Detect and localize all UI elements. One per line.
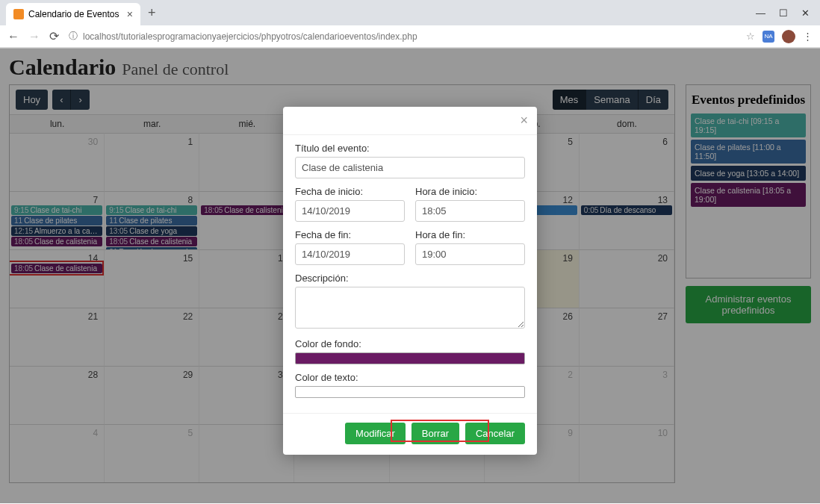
label-description: Descripción: bbox=[295, 273, 525, 284]
modify-button[interactable]: Modificar bbox=[345, 423, 406, 444]
start-date-input[interactable] bbox=[295, 200, 405, 222]
close-window-button[interactable]: ✕ bbox=[801, 7, 810, 19]
cancel-button[interactable]: Cancelar bbox=[465, 423, 525, 444]
page-viewport: Calendario Panel de control Hoy ‹ › Mes … bbox=[0, 49, 820, 503]
modal-close-icon[interactable]: × bbox=[520, 113, 528, 128]
url-text: localhost/tutorialesprogramacionyaejerci… bbox=[83, 31, 417, 42]
description-textarea[interactable] bbox=[295, 287, 525, 329]
bg-color-input[interactable] bbox=[295, 352, 525, 364]
event-modal: × Título del evento: Fecha de inicio: Ho… bbox=[283, 107, 537, 455]
tab-title: Calendario de Eventos bbox=[28, 9, 119, 19]
extension-icon[interactable]: NA bbox=[762, 31, 774, 43]
address-bar[interactable]: ⓘ localhost/tutorialesprogramacionyaejer… bbox=[68, 30, 737, 43]
fg-color-input[interactable] bbox=[295, 386, 525, 398]
label-start-date: Fecha de inicio: bbox=[295, 186, 405, 197]
bookmark-icon[interactable]: ☆ bbox=[746, 31, 755, 42]
favicon-icon bbox=[13, 9, 24, 19]
new-tab-button[interactable]: + bbox=[140, 5, 164, 21]
reload-button[interactable]: ⟳ bbox=[49, 29, 59, 43]
profile-avatar[interactable] bbox=[782, 30, 795, 43]
label-bg-color: Color de fondo: bbox=[295, 338, 525, 349]
window-controls: — ☐ ✕ bbox=[756, 7, 820, 19]
tab-strip: Calendario de Eventos × + — ☐ ✕ bbox=[0, 0, 820, 25]
forward-button[interactable]: → bbox=[28, 30, 40, 43]
minimize-button[interactable]: — bbox=[756, 7, 765, 19]
label-event-title: Título del evento: bbox=[295, 143, 525, 154]
label-end-date: Fecha de fin: bbox=[295, 229, 405, 240]
browser-tab[interactable]: Calendario de Eventos × bbox=[6, 3, 140, 25]
browser-toolbar: ← → ⟳ ⓘ localhost/tutorialesprogramacion… bbox=[0, 25, 820, 48]
start-time-input[interactable] bbox=[415, 200, 525, 222]
label-start-time: Hora de inicio: bbox=[415, 186, 525, 197]
menu-icon[interactable]: ⋮ bbox=[803, 31, 813, 42]
back-button[interactable]: ← bbox=[7, 30, 19, 43]
event-title-input[interactable] bbox=[295, 157, 525, 178]
label-fg-color: Color de texto: bbox=[295, 372, 525, 383]
site-info-icon[interactable]: ⓘ bbox=[68, 30, 78, 43]
maximize-button[interactable]: ☐ bbox=[779, 7, 788, 19]
close-tab-icon[interactable]: × bbox=[127, 8, 133, 20]
end-time-input[interactable] bbox=[415, 243, 525, 265]
browser-chrome: Calendario de Eventos × + — ☐ ✕ ← → ⟳ ⓘ … bbox=[0, 0, 820, 49]
label-end-time: Hora de fin: bbox=[415, 229, 525, 240]
delete-button[interactable]: Borrar bbox=[411, 423, 459, 444]
end-date-input[interactable] bbox=[295, 243, 405, 265]
